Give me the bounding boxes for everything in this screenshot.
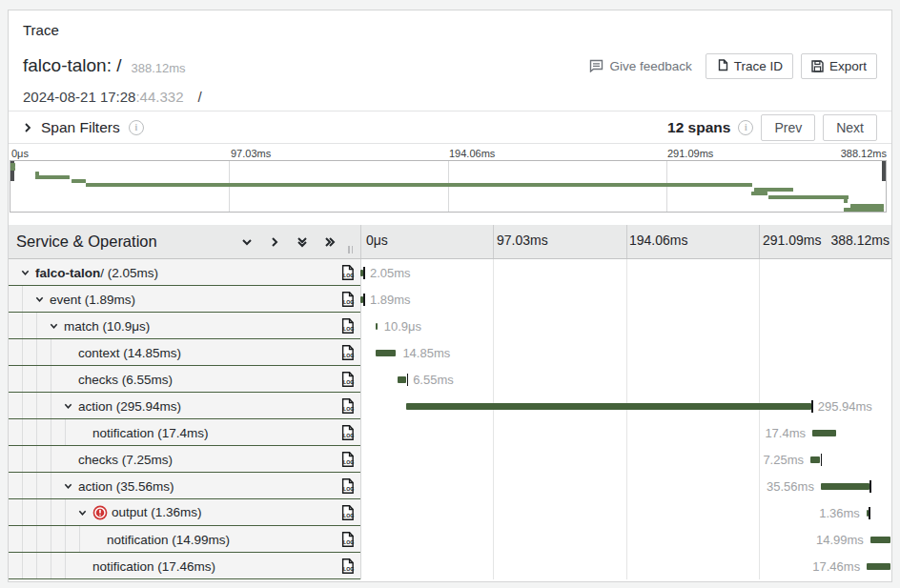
collapse-all-icon[interactable] xyxy=(296,235,309,249)
next-span-button[interactable]: Next xyxy=(823,114,877,141)
log-icon[interactable]: LOG xyxy=(340,558,355,574)
span-name-cell[interactable]: output (1.36ms) LOG xyxy=(9,499,360,526)
span-bar-cell[interactable]: 1.36ms xyxy=(360,499,891,526)
minimap-viewport[interactable] xyxy=(10,160,887,213)
span-name-cell[interactable]: notification (17.46ms) LOG xyxy=(9,553,360,579)
table-row[interactable]: checks (7.25ms) LOG 7.25ms xyxy=(9,446,891,473)
export-button[interactable]: Export xyxy=(801,53,877,79)
span-bar[interactable] xyxy=(398,376,406,383)
log-icon[interactable]: LOG xyxy=(340,264,355,280)
expand-one-icon[interactable] xyxy=(268,235,281,249)
span-name-cell[interactable]: checks (6.55ms) LOG xyxy=(9,366,360,393)
span-bar-cell[interactable]: 7.25ms xyxy=(360,446,891,473)
chevron-down-icon[interactable] xyxy=(35,294,44,303)
span-bar[interactable] xyxy=(406,403,811,410)
log-icon[interactable]: LOG xyxy=(340,371,355,387)
table-row[interactable]: checks (6.55ms) LOG 6.55ms xyxy=(9,366,891,393)
info-icon[interactable]: i xyxy=(738,120,753,135)
indent-guide xyxy=(65,553,66,578)
span-name-cell[interactable]: action (295.94ms) LOG xyxy=(9,393,360,419)
span-bar[interactable] xyxy=(376,323,378,330)
span-name-cell[interactable]: match (10.9μs) LOG xyxy=(9,313,360,339)
table-row[interactable]: event (1.89ms) LOG 1.89ms xyxy=(9,286,891,313)
span-bar-end-tick xyxy=(407,374,409,386)
svg-text:LOG: LOG xyxy=(343,405,354,411)
span-bar-cell[interactable]: 6.55ms xyxy=(360,366,891,393)
span-bar[interactable] xyxy=(812,430,836,436)
chevron-down-icon[interactable] xyxy=(64,481,72,490)
minimap-tick-label: 194.06ms xyxy=(449,148,495,159)
log-icon[interactable]: LOG xyxy=(340,531,355,547)
trace-duration: 388.12ms xyxy=(132,61,186,75)
minimap-span-bar xyxy=(751,192,767,195)
info-icon[interactable]: i xyxy=(129,120,144,135)
log-icon[interactable]: LOG xyxy=(340,424,355,440)
span-bar-cell[interactable]: 2.05ms xyxy=(360,259,891,286)
log-icon[interactable]: LOG xyxy=(340,477,355,494)
chevron-down-icon[interactable] xyxy=(50,321,58,330)
table-row[interactable]: notification (17.46ms) LOG 17.46ms xyxy=(9,553,891,579)
minimap-span-bar xyxy=(86,183,752,187)
span-bar[interactable] xyxy=(870,537,891,543)
span-bar-cell[interactable]: 14.99ms xyxy=(360,526,891,553)
span-table-body: falco-talon / (2.05ms) LOG 2.05ms event … xyxy=(9,259,891,579)
span-duration-label: 14.99ms xyxy=(816,533,864,547)
span-name-cell[interactable]: checks (7.25ms) LOG xyxy=(9,446,360,473)
chevron-down-icon[interactable] xyxy=(21,268,30,276)
span-label: notification (14.99ms) xyxy=(107,532,230,546)
span-bar[interactable] xyxy=(867,563,890,570)
span-name-cell[interactable]: notification (14.99ms) LOG xyxy=(9,526,360,553)
span-bar-cell[interactable]: 17.4ms xyxy=(360,419,891,446)
span-bar-cell[interactable]: 17.46ms xyxy=(360,553,891,579)
span-bar-cell[interactable]: 1.89ms xyxy=(360,286,891,313)
table-row[interactable]: notification (17.4ms) LOG 17.4ms xyxy=(9,419,891,446)
log-icon[interactable]: LOG xyxy=(340,317,355,334)
log-icon[interactable]: LOG xyxy=(340,451,355,467)
span-bar-cell[interactable]: 35.56ms xyxy=(360,473,891,499)
log-icon[interactable]: LOG xyxy=(340,344,355,360)
span-bar[interactable] xyxy=(821,483,869,490)
span-bar-end-tick xyxy=(869,507,870,519)
span-duration-label: 17.46ms xyxy=(812,559,860,574)
span-name-cell[interactable]: context (14.85ms) LOG xyxy=(9,339,360,366)
chevron-down-icon[interactable] xyxy=(78,508,87,517)
span-label: checks (7.25ms) xyxy=(78,452,173,466)
table-row[interactable]: notification (14.99ms) LOG 14.99ms xyxy=(9,526,891,553)
span-bar-cell[interactable]: 14.85ms xyxy=(360,339,891,366)
column-resize-handle[interactable] xyxy=(348,246,353,253)
span-name-cell[interactable]: action (35.56ms) LOG xyxy=(9,473,360,499)
give-feedback-button[interactable]: Give feedback xyxy=(583,55,697,77)
prev-span-button[interactable]: Prev xyxy=(761,114,815,141)
table-row[interactable]: falco-talon / (2.05ms) LOG 2.05ms xyxy=(9,259,891,286)
timeline-tick-label: 0μs xyxy=(366,233,388,248)
indent-guide xyxy=(51,526,51,552)
table-row[interactable]: match (10.9μs) LOG 10.9μs xyxy=(9,313,891,339)
minimap-span-bar xyxy=(850,204,884,208)
table-row[interactable]: action (35.56ms) LOG 35.56ms xyxy=(9,473,891,499)
log-icon[interactable]: LOG xyxy=(340,291,355,307)
span-name-cell[interactable]: falco-talon / (2.05ms) LOG xyxy=(9,259,360,286)
indent-guide xyxy=(51,393,51,418)
span-bar[interactable] xyxy=(376,350,396,356)
table-row[interactable]: output (1.36ms) LOG 1.36ms xyxy=(9,499,891,526)
chevron-down-icon[interactable] xyxy=(64,401,72,410)
span-name-cell[interactable]: notification (17.4ms) LOG xyxy=(9,419,360,446)
table-row[interactable]: context (14.85ms) LOG 14.85ms xyxy=(9,339,891,366)
span-bar[interactable] xyxy=(810,456,820,463)
minimap-right-handle[interactable] xyxy=(882,161,886,181)
log-icon[interactable]: LOG xyxy=(340,504,355,520)
log-icon[interactable]: LOG xyxy=(340,397,355,414)
span-bar-cell[interactable]: 10.9μs xyxy=(360,313,891,339)
collapse-one-icon[interactable] xyxy=(240,235,254,249)
table-row[interactable]: action (295.94ms) LOG 295.94ms xyxy=(9,393,891,419)
span-name-cell[interactable]: event (1.89ms) LOG xyxy=(9,286,360,313)
trace-name: falco-talon: / xyxy=(23,55,122,76)
save-icon xyxy=(811,60,824,72)
span-duration-label: 14.85ms xyxy=(402,346,450,360)
trace-id-button[interactable]: Trace ID xyxy=(706,53,793,79)
span-count: 12 spans xyxy=(667,119,730,136)
trace-panel: Trace falco-talon: / 388.12ms Give feedb… xyxy=(8,10,892,582)
span-bar-cell[interactable]: 295.94ms xyxy=(360,393,891,419)
span-filters-toggle[interactable]: Span Filters i xyxy=(23,119,144,136)
expand-all-icon[interactable] xyxy=(323,235,337,249)
